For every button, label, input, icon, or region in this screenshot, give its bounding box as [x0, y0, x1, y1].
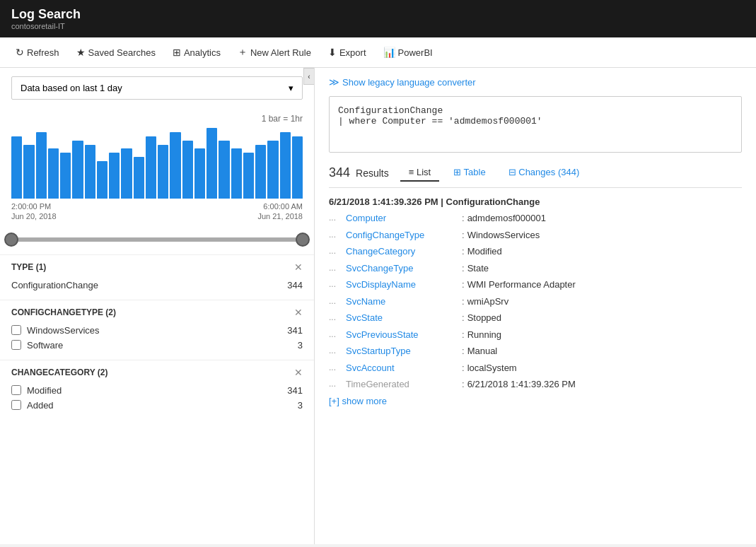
configchangetype-filter-items: WindowsServices 341 Software 3: [11, 323, 303, 353]
filter-item-count: 341: [287, 325, 303, 336]
chart-axis-left: 2:00:00 PM Jun 20, 2018: [11, 201, 57, 222]
list-item: WindowsServices 341: [11, 323, 303, 338]
chart-bar: [158, 145, 168, 199]
toolbar: ↻ Refresh ★ Saved Searches ⊞ Analytics ＋…: [0, 37, 756, 68]
powerbi-button[interactable]: 📊 PowerBI: [376, 42, 440, 62]
chart-bar: [255, 145, 266, 199]
type-filter-close[interactable]: ✕: [294, 262, 303, 272]
saved-searches-button[interactable]: ★ Saved Searches: [69, 42, 163, 62]
result-field-key[interactable]: SvcState: [346, 311, 459, 325]
range-thumb-left[interactable]: [4, 233, 18, 247]
filter-checkbox[interactable]: [11, 400, 21, 410]
filter-checkbox[interactable]: [11, 325, 21, 335]
date-selector: Data based on last 1 day ▾: [11, 76, 303, 100]
chart-bar: [267, 141, 278, 199]
filter-item-count: 3: [298, 340, 303, 351]
collapse-handle[interactable]: ‹: [303, 68, 315, 85]
changecategory-filter-close[interactable]: ✕: [294, 367, 303, 377]
list-item: Software 3: [11, 338, 303, 353]
configchangetype-filter-close[interactable]: ✕: [294, 307, 303, 317]
query-box[interactable]: ConfigurationChange | where Computer == …: [329, 96, 742, 153]
result-ellipsis: ...: [329, 377, 343, 390]
chart-area: 1 bar = 1hr 2:00:00 PM Jun 20, 2018 6:00…: [0, 108, 314, 225]
tab-list[interactable]: ≡ List: [400, 164, 439, 182]
result-colon: :: [462, 377, 465, 392]
refresh-icon: ↻: [16, 47, 24, 58]
app-title: Log Search: [11, 7, 745, 22]
result-field-key[interactable]: Computer: [346, 211, 459, 225]
filter-checkbox[interactable]: [11, 385, 21, 395]
result-ellipsis: ...: [329, 295, 343, 307]
result-field-key[interactable]: SvcStartupType: [346, 344, 459, 358]
result-colon: :: [462, 228, 465, 242]
powerbi-icon: 📊: [383, 47, 395, 58]
right-panel: ≫ Show legacy language converter Configu…: [315, 68, 756, 544]
refresh-button[interactable]: ↻ Refresh: [8, 42, 66, 62]
result-ellipsis: ...: [329, 245, 343, 257]
result-field-key[interactable]: SvcName: [346, 295, 459, 309]
chart-bar: [170, 132, 180, 199]
tab-changes[interactable]: ⊟ Changes (344): [500, 164, 588, 182]
chart-bar: [109, 153, 120, 199]
changecategory-filter-section: CHANGECATEGORY (2) ✕ Modified 341 Added …: [0, 360, 314, 420]
result-field-key[interactable]: SvcAccount: [346, 361, 459, 375]
result-ellipsis: ...: [329, 361, 343, 374]
result-field-value: 6/21/2018 1:41:39.326 PM: [467, 377, 576, 392]
result-colon: :: [462, 278, 465, 292]
result-field-value: Stopped: [467, 311, 501, 325]
result-field-key[interactable]: SvcDisplayName: [346, 278, 459, 292]
export-icon: ⬇: [328, 47, 337, 58]
result-entry: 6/21/2018 1:41:39.326 PM | Configuration…: [329, 196, 742, 409]
results-bar: 344 Results ≡ List ⊞ Table ⊟ Changes (34…: [329, 164, 742, 188]
export-button[interactable]: ⬇ Export: [321, 42, 373, 62]
result-field-key[interactable]: ChangeCategory: [346, 245, 459, 259]
tab-table[interactable]: ⊞ Table: [445, 164, 494, 182]
result-field-value: admdemosf000001: [467, 211, 546, 225]
result-ellipsis: ...: [329, 211, 343, 224]
configchangetype-filter-section: CONFIGCHANGETYPE (2) ✕ WindowsServices 3…: [0, 300, 314, 360]
chart-bar: [121, 148, 132, 199]
range-fill: [11, 237, 303, 242]
filter-item-count: 341: [287, 385, 303, 396]
result-field-key[interactable]: ConfigChangeType: [346, 228, 459, 242]
range-track: [11, 237, 303, 242]
show-more-button[interactable]: [+] show more: [329, 393, 387, 409]
result-field-row: ... SvcAccount : localSystem: [329, 360, 742, 377]
date-dropdown-button[interactable]: Data based on last 1 day ▾: [11, 76, 303, 100]
result-field-row: ... SvcName : wmiApSrv: [329, 293, 742, 310]
result-field-value: State: [467, 261, 489, 276]
result-field-value: Modified: [467, 245, 502, 259]
analytics-button[interactable]: ⊞ Analytics: [165, 42, 228, 62]
filter-item-count: 344: [287, 280, 303, 290]
result-field-row: ... Computer : admdemosf000001: [329, 210, 742, 227]
result-colon: :: [462, 295, 465, 309]
left-panel: ‹ Data based on last 1 day ▾ 1 bar = 1hr…: [0, 68, 315, 544]
result-field-row: ... SvcDisplayName : WMI Performance Ada…: [329, 276, 742, 293]
result-field-row: ... ChangeCategory : Modified: [329, 243, 742, 260]
result-colon: :: [462, 328, 465, 342]
results-label: Results: [356, 167, 389, 179]
chart-bar: [182, 141, 193, 199]
result-ellipsis: ...: [329, 311, 343, 324]
new-alert-rule-button[interactable]: ＋ New Alert Rule: [231, 42, 318, 63]
filter-item-label: Modified: [27, 385, 62, 396]
range-thumb-right[interactable]: [296, 233, 310, 247]
double-chevron-icon: ≫: [329, 76, 339, 88]
filter-checkbox[interactable]: [11, 340, 21, 350]
chart-bar: [292, 136, 303, 199]
chart-bar: [72, 141, 83, 199]
result-field-value: WindowsServices: [467, 228, 540, 242]
result-ellipsis: ...: [329, 328, 343, 341]
result-field-key[interactable]: SvcChangeType: [346, 261, 459, 276]
results-count: 344: [329, 165, 350, 180]
result-colon: :: [462, 344, 465, 358]
chart-bars: [11, 128, 303, 199]
result-field-key[interactable]: TimeGenerated: [346, 377, 459, 392]
result-ellipsis: ...: [329, 261, 343, 274]
result-field-row: ... SvcPreviousState : Running: [329, 327, 742, 343]
legacy-language-converter-link[interactable]: ≫ Show legacy language converter: [329, 76, 742, 88]
result-colon: :: [462, 245, 465, 259]
result-field-key[interactable]: SvcPreviousState: [346, 328, 459, 342]
list-item: ConfigurationChange 344: [11, 278, 303, 293]
range-slider-area: [0, 225, 314, 254]
